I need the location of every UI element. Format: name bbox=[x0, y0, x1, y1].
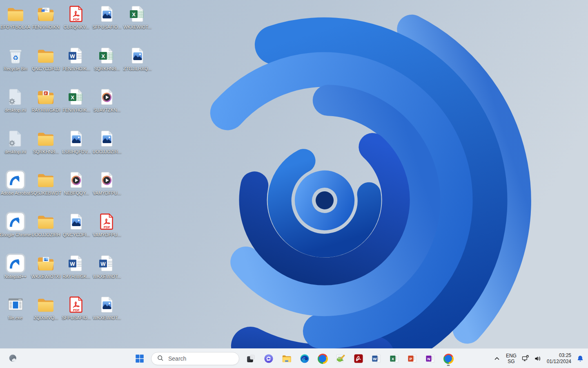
image-file-icon bbox=[67, 129, 86, 148]
network-button[interactable] bbox=[519, 350, 532, 367]
desktop-icon-label: UOOJJOZIR... bbox=[89, 149, 125, 155]
svg-text:W: W bbox=[70, 53, 75, 59]
desktop-icon-ztgjilhxq[interactable]: ZTGJILHXQ... bbox=[122, 46, 152, 86]
desktop-icon-uoojjozir[interactable]: UOOJJOZIR... bbox=[92, 129, 122, 169]
desktop-icon-label: VAMYDFPU... bbox=[89, 232, 125, 238]
taskbar-onenote-button[interactable]: N bbox=[422, 350, 439, 367]
svg-text:P: P bbox=[410, 357, 412, 361]
folder-icon bbox=[36, 46, 56, 65]
image-file-icon bbox=[128, 46, 147, 65]
image-file-icon bbox=[67, 212, 86, 231]
desktop-icon-wkxewiot[interactable]: XWKXEWIOT... bbox=[122, 4, 152, 44]
desktop-icon-qncycdfi[interactable]: QNCYCDFI... bbox=[62, 212, 91, 252]
ini-file-icon bbox=[6, 87, 25, 107]
desktop-icon-desktop-ini[interactable]: desktop.ini bbox=[0, 129, 30, 169]
language-indicator[interactable]: ENG SG bbox=[503, 350, 519, 367]
svg-text:PDF: PDF bbox=[73, 308, 80, 312]
desktop-icon-label: ZTGJILHXQ... bbox=[120, 66, 156, 72]
desktop-icon-wkxewiot[interactable]: WWKXEWIOT... bbox=[92, 254, 122, 294]
desktop-icon-label: SUAVTZKN... bbox=[89, 108, 125, 113]
desktop-icon-adobe-acrobat[interactable]: Adobe Acrobat bbox=[0, 170, 30, 210]
exe-file-icon bbox=[6, 295, 25, 314]
desktop-icon-desktop-ini[interactable]: desktop.ini bbox=[0, 87, 30, 127]
taskbar-chrome-running-button[interactable] bbox=[440, 350, 457, 367]
desktop-icon-efoyfbolxa[interactable]: EFOYFBOLXA bbox=[0, 4, 30, 44]
recycle-bin-icon: ♻ bbox=[6, 46, 25, 65]
taskbar-edge-button[interactable] bbox=[296, 350, 313, 367]
desktop-icon-rayhiwgk[interactable]: WRAYHIWGK... bbox=[62, 254, 91, 294]
search-icon bbox=[157, 355, 164, 363]
desktop-icon-fenivhoikn[interactable]: FENIVHOIKN bbox=[31, 4, 61, 44]
volume-button[interactable] bbox=[532, 350, 544, 367]
desktop-icon-recycle-bin[interactable]: ♻Recycle Bin bbox=[0, 46, 30, 86]
edge-icon bbox=[299, 353, 310, 364]
taskbar-word-button[interactable]: W bbox=[368, 350, 385, 367]
desktop-icon-sqrkhnb[interactable]: SQRKHNB... bbox=[31, 129, 61, 169]
folder-icon bbox=[36, 129, 56, 148]
widgets-button[interactable] bbox=[5, 350, 21, 367]
desktop-icon-label: WKXEWIOT... bbox=[89, 274, 125, 279]
clock-time: 03:25 bbox=[547, 352, 571, 359]
taskbar-pinned-apps: WXPN bbox=[243, 350, 457, 367]
desktop-icon-fenivhoik[interactable]: WFENIVHOIK... bbox=[62, 46, 91, 86]
start-button[interactable] bbox=[131, 350, 148, 367]
excel-file-icon: X bbox=[128, 4, 147, 24]
tray-chevron-button[interactable] bbox=[491, 350, 503, 367]
taskbar-search[interactable] bbox=[151, 352, 239, 365]
pdf-file-icon: PDF bbox=[67, 295, 86, 314]
desktop-icon-notepad++[interactable]: Notepad++ bbox=[0, 254, 30, 294]
desktop-icon-wkxewiotxi[interactable]: WKXEWIOTXI bbox=[31, 254, 61, 294]
search-input[interactable] bbox=[167, 355, 230, 362]
desktop-icon-qncycdfijj[interactable]: QNCYCDFIJJ bbox=[31, 46, 61, 86]
word-file-icon: W bbox=[67, 46, 86, 65]
folder-powerpoint-icon: P bbox=[36, 87, 56, 107]
media-file-icon bbox=[97, 170, 117, 190]
desktop-icon-vamydfpu[interactable]: PDFVAMYDFPU... bbox=[92, 212, 122, 252]
desktop-icon-sfpusafio[interactable]: SFPUSAFIO... bbox=[92, 4, 122, 44]
desktop-icon-uoojjozirh[interactable]: UOOJJOZIRH bbox=[31, 212, 61, 252]
taskbar-chrome-button[interactable] bbox=[314, 350, 331, 367]
taskbar-powerpoint-button[interactable]: P bbox=[404, 350, 421, 367]
desktop-icon-nebfqqy[interactable]: NEBFQQY... bbox=[62, 170, 91, 210]
chrome-icon bbox=[443, 354, 454, 364]
taskbar-excel-button[interactable]: X bbox=[386, 350, 403, 367]
desktop-icon-vamydfpu[interactable]: VAMYDFPU... bbox=[92, 170, 122, 210]
taskbar-acrobat-button[interactable] bbox=[350, 350, 367, 367]
powerpoint-icon: P bbox=[407, 353, 418, 364]
image-file-icon bbox=[67, 129, 86, 148]
desktop-icon-sqrkhnb[interactable]: XSQRKHNB... bbox=[92, 46, 122, 86]
folder-icon bbox=[36, 295, 56, 314]
taskbar: WXPN ENG SG 03:25 01/12/2024 bbox=[0, 348, 588, 368]
onenote-icon: N bbox=[425, 353, 436, 364]
notepad-plus-plus-icon bbox=[335, 353, 346, 364]
taskbar-file-explorer-button[interactable] bbox=[278, 350, 295, 367]
clock-button[interactable]: 03:25 01/12/2024 bbox=[544, 350, 574, 367]
desktop-icon-label: WKXEWIOT... bbox=[89, 315, 125, 321]
desktop-icon-fenivhoik[interactable]: XFENIVHOIK... bbox=[62, 87, 91, 127]
folder-image-icon bbox=[36, 254, 56, 273]
desktop-icon-rayhiwgkdi[interactable]: PRAYHIWGKDI bbox=[31, 87, 61, 127]
notifications-button[interactable] bbox=[574, 350, 586, 367]
desktop-icon-curqnkv[interactable]: PDFCURQNKV... bbox=[62, 4, 91, 44]
exe-file-icon bbox=[6, 295, 25, 314]
image-file-icon bbox=[97, 4, 117, 24]
desktop-icon-file-exe[interactable]: file.exe bbox=[0, 295, 30, 335]
folder-icon bbox=[36, 46, 56, 65]
desktop-icon-label: WKXEWIOT... bbox=[120, 25, 156, 30]
taskbar-notepad-plus-plus-button[interactable] bbox=[332, 350, 349, 367]
weather-moon-cloud-icon bbox=[8, 353, 18, 364]
desktop-icon-sfpusafio[interactable]: PDFSFPUSAFIO... bbox=[62, 295, 91, 335]
desktop-icon-google-chrome[interactable]: Google Chrome bbox=[0, 212, 30, 252]
excel-file-icon: X bbox=[97, 46, 117, 65]
desktop-icon-lsbihqfdv[interactable]: LSBIHQFDV... bbox=[62, 129, 91, 169]
excel-file-icon: X bbox=[97, 46, 117, 65]
desktop-icon-zqixmvq[interactable]: ZQIXMVQ... bbox=[31, 295, 61, 335]
taskbar-task-view-button[interactable] bbox=[243, 350, 259, 367]
desktop-icon-wkxewiot[interactable]: WKXEWIOT... bbox=[92, 295, 122, 335]
desktop-icon-sqsjkebwdt[interactable]: SQSJKEBWDT bbox=[31, 170, 61, 210]
desktop-icon-suavtzkn[interactable]: SUAVTZKN... bbox=[92, 87, 122, 127]
image-file-icon bbox=[97, 129, 117, 148]
taskbar-chat-button[interactable] bbox=[261, 350, 277, 367]
pdf-file-icon: PDF bbox=[67, 4, 86, 24]
word-file-icon: W bbox=[67, 46, 86, 65]
